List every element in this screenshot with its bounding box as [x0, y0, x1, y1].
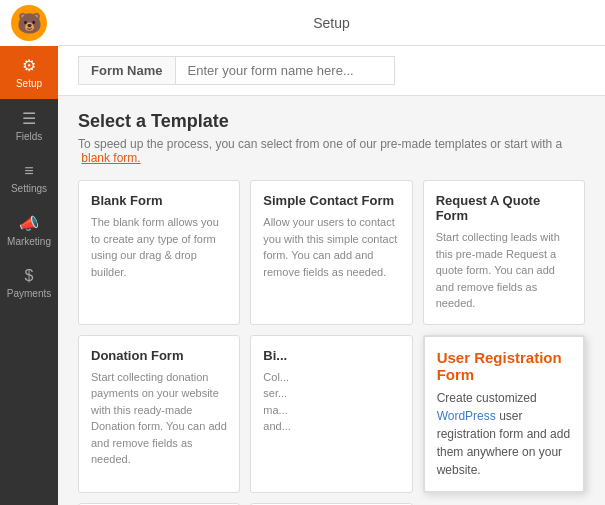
form-name-row: Form Name [58, 46, 605, 96]
fields-icon: ☰ [22, 109, 36, 128]
template-user-registration-desc: Create customized WordPress user registr… [437, 389, 571, 479]
template-donation-desc: Start collecting donation payments on yo… [91, 369, 227, 468]
template-billing[interactable]: Bi... Col...ser...ma...and... [250, 335, 412, 493]
form-name-input[interactable] [175, 56, 395, 85]
sidebar-item-fields-label: Fields [16, 131, 43, 142]
payments-icon: $ [25, 267, 34, 285]
template-billing-desc: Col...ser...ma...and... [263, 369, 399, 435]
logo: 🐻 [0, 0, 58, 46]
template-donation[interactable]: Donation Form Start collecting donation … [78, 335, 240, 493]
template-blank-form-desc: The blank form allows you to create any … [91, 214, 227, 280]
templates-grid: Blank Form The blank form allows you to … [78, 180, 585, 505]
template-simple-contact[interactable]: Simple Contact Form Allow your users to … [250, 180, 412, 325]
template-billing-title: Bi... [263, 348, 399, 363]
template-simple-contact-title: Simple Contact Form [263, 193, 399, 208]
sidebar-item-payments[interactable]: $ Payments [0, 257, 58, 309]
logo-bear-icon: 🐻 [11, 5, 47, 41]
sidebar: 🐻 ⚙ Setup ☰ Fields ≡ Settings 📣 Marketin… [0, 0, 58, 505]
sidebar-item-setup-label: Setup [16, 78, 42, 89]
header: Setup [58, 0, 605, 46]
sidebar-item-setup[interactable]: ⚙ Setup [0, 46, 58, 99]
sidebar-item-payments-label: Payments [7, 288, 51, 299]
sidebar-item-marketing-label: Marketing [7, 236, 51, 247]
form-name-label: Form Name [78, 56, 175, 85]
template-blank-form[interactable]: Blank Form The blank form allows you to … [78, 180, 240, 325]
blank-form-link[interactable]: blank form. [81, 151, 140, 165]
sidebar-item-fields[interactable]: ☰ Fields [0, 99, 58, 152]
marketing-icon: 📣 [19, 214, 39, 233]
template-user-registration-title: User Registration Form [437, 349, 571, 383]
content-area: Select a Template To speed up the proces… [58, 96, 605, 505]
template-donation-title: Donation Form [91, 348, 227, 363]
sidebar-item-settings-label: Settings [11, 183, 47, 194]
template-request-quote-title: Request A Quote Form [436, 193, 572, 223]
section-description: To speed up the process, you can select … [78, 137, 585, 165]
page-title: Setup [313, 15, 350, 31]
sidebar-item-marketing[interactable]: 📣 Marketing [0, 204, 58, 257]
setup-icon: ⚙ [22, 56, 36, 75]
settings-icon: ≡ [24, 162, 33, 180]
template-request-quote-desc: Start collecting leads with this pre-mad… [436, 229, 572, 312]
sidebar-item-settings[interactable]: ≡ Settings [0, 152, 58, 204]
template-request-quote[interactable]: Request A Quote Form Start collecting le… [423, 180, 585, 325]
main-content: Setup Form Name Select a Template To spe… [58, 0, 605, 505]
section-desc-text: To speed up the process, you can select … [78, 137, 562, 151]
template-user-registration[interactable]: User Registration Form Create customized… [423, 335, 585, 493]
wordpress-text: WordPress [437, 409, 496, 423]
section-title: Select a Template [78, 111, 585, 132]
template-blank-form-title: Blank Form [91, 193, 227, 208]
template-simple-contact-desc: Allow your users to contact you with thi… [263, 214, 399, 280]
